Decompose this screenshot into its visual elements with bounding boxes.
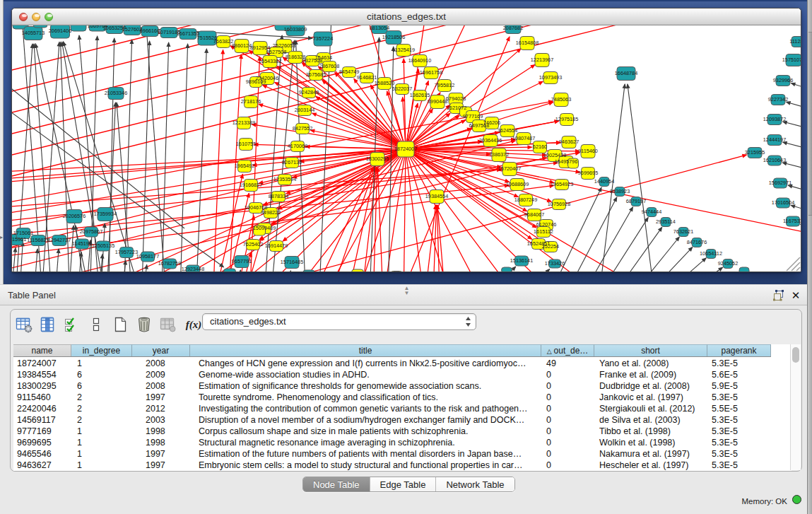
- graph-edge[interactable]: [651, 258, 706, 271]
- cell-year[interactable]: 2009: [132, 369, 190, 380]
- graph-edge[interactable]: [77, 252, 81, 271]
- cell-pagerank[interactable]: 5.3E-5: [707, 426, 771, 437]
- cell-in_degree[interactable]: 1: [71, 460, 132, 471]
- cell-short[interactable]: Hescheler et al. (1997): [594, 460, 707, 471]
- cell-year[interactable]: 1997: [132, 460, 190, 471]
- table-row[interactable]: 1456911722003Disruption of a novel membe…: [13, 414, 771, 426]
- graph-edge[interactable]: [788, 185, 801, 194]
- cell-short[interactable]: Nakamura et al. (1997): [594, 448, 707, 460]
- cell-title[interactable]: Structural magnetic resonance image aver…: [190, 437, 541, 448]
- column-header-pagerank[interactable]: pagerank: [707, 344, 771, 357]
- window-resize-grip[interactable]: [792, 262, 800, 271]
- graph-edge[interactable]: [275, 82, 406, 149]
- column-header-name[interactable]: name: [13, 344, 71, 357]
- cell-title[interactable]: Investigating the contribution of common…: [190, 403, 541, 414]
- graph-edge[interactable]: [404, 149, 406, 271]
- delete-column-button[interactable]: [135, 315, 153, 334]
- cell-name[interactable]: 9115460: [13, 392, 71, 403]
- cell-year[interactable]: 1997: [132, 392, 190, 403]
- table-row[interactable]: 946362711997Embryonic stem cells: a mode…: [13, 460, 771, 471]
- float-window-button[interactable]: [773, 290, 784, 301]
- graph-node[interactable]: [33, 25, 47, 28]
- cell-in_degree[interactable]: 1: [71, 426, 132, 437]
- cell-title[interactable]: Disruption of a novel member of a sodium…: [190, 414, 541, 426]
- table-row[interactable]: 1830029562008Estimation of significance …: [13, 380, 771, 392]
- graph-edge[interactable]: [606, 227, 662, 271]
- graph-node[interactable]: [739, 267, 749, 271]
- graph-edge[interactable]: [514, 269, 550, 271]
- tab-edge-table[interactable]: Edge Table: [370, 477, 437, 492]
- network-graph[interactable]: 1405571320691406166976410653257152760269…: [12, 25, 801, 271]
- show-column-settings-button[interactable]: [15, 315, 33, 334]
- tab-node-table[interactable]: Node Table: [303, 477, 370, 492]
- cell-year[interactable]: 1997: [132, 448, 190, 460]
- cell-pagerank[interactable]: 5.3E-5: [707, 437, 771, 448]
- cell-short[interactable]: Wolkin et al. (1998): [594, 437, 707, 448]
- window-resize-grip[interactable]: [796, 267, 800, 271]
- cell-in_degree[interactable]: 6: [71, 380, 132, 392]
- cell-short[interactable]: Franke et al. (2009): [594, 369, 707, 380]
- cell-short[interactable]: Yano et al. (2008): [594, 358, 707, 369]
- cell-name[interactable]: 19384554: [13, 369, 71, 380]
- table-panel-titlebar[interactable]: Table Panel ▲▼ ✕: [0, 284, 807, 305]
- cell-year[interactable]: 2008: [132, 358, 190, 369]
- graph-edge[interactable]: [783, 122, 801, 132]
- select-all-rows-button[interactable]: [63, 315, 81, 334]
- cell-year[interactable]: 1998: [132, 437, 190, 448]
- cell-out_de[interactable]: 0: [541, 460, 594, 471]
- cell-pagerank[interactable]: 5.5E-5: [707, 403, 771, 414]
- graph-node[interactable]: [303, 270, 315, 271]
- cell-title[interactable]: Estimation of significance thresholds fo…: [190, 380, 541, 392]
- cell-out_de[interactable]: 0: [541, 403, 594, 414]
- graph-edge[interactable]: [782, 163, 801, 173]
- cell-year[interactable]: 1998: [132, 426, 190, 437]
- window-titlebar[interactable]: citations_edges.txt: [12, 8, 801, 25]
- cell-pagerank[interactable]: 5.3E-5: [707, 448, 771, 460]
- cell-pagerank[interactable]: 5.6E-5: [707, 369, 771, 380]
- cell-in_degree[interactable]: 2: [71, 403, 132, 414]
- right-scrollbar[interactable]: [807, 0, 812, 514]
- cell-in_degree[interactable]: 2: [71, 414, 132, 426]
- table-row[interactable]: 969969511998Structural magnetic resonanc…: [13, 437, 771, 448]
- cell-name[interactable]: 18724007: [13, 358, 71, 369]
- graph-edge[interactable]: [146, 25, 170, 271]
- cell-year[interactable]: 2012: [132, 403, 190, 414]
- graph-edge[interactable]: [668, 267, 723, 271]
- right-scrollbar-thumb[interactable]: [808, 32, 812, 216]
- cell-name[interactable]: 9777169: [13, 426, 71, 437]
- graph-edge[interactable]: [560, 197, 617, 271]
- cell-out_de[interactable]: 0: [541, 437, 594, 448]
- cell-name[interactable]: 9463627: [13, 460, 71, 471]
- cell-title[interactable]: Genome-wide association studies in ADHD.: [190, 369, 541, 380]
- table-scrollbar-thumb[interactable]: [792, 347, 799, 363]
- cell-out_de[interactable]: 0: [541, 380, 594, 392]
- graph-edge[interactable]: [236, 270, 240, 271]
- left-splitter[interactable]: ▸: [0, 0, 4, 284]
- graph-edge[interactable]: [286, 271, 290, 271]
- cell-pagerank[interactable]: 5.3E-5: [707, 460, 771, 471]
- table-row[interactable]: 977716911998Corpus callosum shape and si…: [13, 426, 771, 437]
- cell-short[interactable]: Jankovic et al. (1997): [594, 392, 707, 403]
- cell-pagerank[interactable]: 5.3E-5: [707, 358, 771, 369]
- select-columns-button[interactable]: [39, 315, 57, 334]
- cell-name[interactable]: 22420046: [13, 403, 71, 414]
- table-row[interactable]: 911546021997Tourette syndrome. Phenomeno…: [13, 392, 771, 403]
- cell-in_degree[interactable]: 1: [71, 358, 132, 369]
- graph-canvas[interactable]: 1405571320691406166976410653257152760269…: [12, 25, 801, 271]
- cell-short[interactable]: Stergiakouli et al. (2012): [594, 403, 707, 414]
- cell-out_de[interactable]: 0: [541, 448, 594, 460]
- graph-edge[interactable]: [783, 142, 801, 152]
- clear-selection-button[interactable]: [87, 315, 105, 334]
- cell-out_de[interactable]: 0: [541, 426, 594, 437]
- cell-short[interactable]: de Silva et al. (2003): [594, 414, 707, 426]
- cell-short[interactable]: Tibbo et al. (1998): [594, 426, 707, 437]
- column-header-short[interactable]: short: [594, 344, 707, 357]
- graph-node[interactable]: [352, 269, 364, 271]
- new-column-button[interactable]: [111, 315, 129, 334]
- network-window[interactable]: citations_edges.txt 14055713206914061669…: [11, 8, 801, 272]
- cell-name[interactable]: 18300295: [13, 380, 71, 392]
- table-row[interactable]: 1938455462009Genome-wide association stu…: [13, 369, 771, 380]
- cell-title[interactable]: Changes of HCN gene expression and I(f) …: [190, 358, 541, 369]
- cell-pagerank[interactable]: 5.3E-5: [707, 392, 771, 403]
- graph-node[interactable]: [71, 25, 86, 31]
